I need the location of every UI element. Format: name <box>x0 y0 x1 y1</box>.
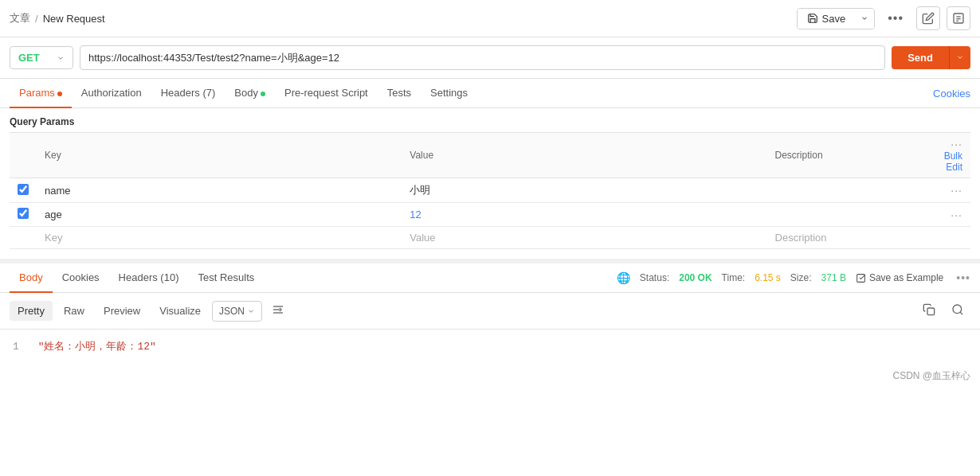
type-label: JSON <box>219 306 245 317</box>
send-btn-group: Send <box>892 46 970 69</box>
format-preview[interactable]: Preview <box>96 301 148 321</box>
globe-icon: 🌐 <box>617 271 630 284</box>
breadcrumb: 文章 / New Request <box>10 11 105 25</box>
copy-button[interactable] <box>916 299 942 322</box>
wrap-button[interactable] <box>265 299 291 322</box>
save-dropdown-button[interactable] <box>855 9 874 29</box>
tab-body[interactable]: Body <box>225 79 275 108</box>
query-params-label: Query Params <box>10 108 970 132</box>
response-toolbar: Pretty Raw Preview Visualize JSON <box>0 293 980 330</box>
method-selector[interactable]: GET <box>10 46 73 69</box>
tab-authorization[interactable]: Authorization <box>72 79 151 108</box>
row-checkbox-age[interactable] <box>18 208 29 219</box>
top-bar: 文章 / New Request Save ••• <box>0 0 980 37</box>
search-icon <box>951 303 964 316</box>
row-more-age[interactable]: ··· <box>951 209 962 221</box>
response-content: "姓名：小明，年龄：12" <box>38 341 156 353</box>
table-row: age 12 ··· <box>10 203 970 227</box>
format-raw[interactable]: Raw <box>56 301 92 321</box>
more-options-button[interactable]: ••• <box>881 7 910 29</box>
col-header-value: Value <box>402 133 766 178</box>
status-label: Status: <box>640 272 669 283</box>
response-tabs-bar: Body Cookies Headers (10) Test Results 🌐… <box>0 263 980 293</box>
time-label: Time: <box>722 272 746 283</box>
chevron-down-icon <box>247 307 255 315</box>
tab-response-cookies[interactable]: Cookies <box>53 263 109 293</box>
save-icon <box>807 13 818 24</box>
desc-cell-name[interactable] <box>767 178 936 203</box>
top-bar-actions: Save ••• <box>797 6 970 30</box>
desc-cell-age[interactable] <box>767 203 936 227</box>
breadcrumb-folder: 文章 <box>10 11 30 25</box>
row-checkbox-name[interactable] <box>18 184 29 195</box>
url-bar: GET Send <box>0 37 980 79</box>
size-label: Size: <box>790 272 812 283</box>
chevron-down-icon <box>57 54 65 62</box>
notes-icon-button[interactable] <box>947 6 970 30</box>
request-tabs: Params Authorization Headers (7) Body Pr… <box>0 79 980 108</box>
copy-icon <box>923 303 935 316</box>
format-visualize[interactable]: Visualize <box>151 301 209 321</box>
cookies-link[interactable]: Cookies <box>933 88 970 99</box>
placeholder-desc[interactable]: Description <box>767 227 936 249</box>
save-label: Save <box>822 13 846 25</box>
svg-line-10 <box>960 312 962 314</box>
response-more-button[interactable]: ••• <box>956 271 970 284</box>
line-number: 1 <box>13 341 19 353</box>
key-cell-name[interactable]: name <box>37 178 402 203</box>
tab-pre-request[interactable]: Pre-request Script <box>275 79 378 108</box>
tab-settings[interactable]: Settings <box>421 79 477 108</box>
search-button[interactable] <box>945 299 970 322</box>
col-header-more: ··· Bulk Edit <box>936 133 970 178</box>
placeholder-key[interactable]: Key <box>37 227 402 249</box>
edit-icon-button[interactable] <box>916 6 940 30</box>
tab-response-headers[interactable]: Headers (10) <box>109 263 189 293</box>
save-example-icon <box>856 273 866 283</box>
save-btn-group: Save <box>797 8 876 29</box>
wrap-icon <box>272 303 284 316</box>
pencil-icon <box>922 12 935 25</box>
query-params-section: Query Params Key Value Description ··· B… <box>0 108 980 249</box>
col-header-key: Key <box>37 133 402 178</box>
size-value: 371 B <box>821 272 846 283</box>
value-cell-name[interactable]: 小明 <box>402 178 766 203</box>
key-cell-age[interactable]: age <box>37 203 402 227</box>
chevron-down-icon <box>956 53 964 61</box>
url-input[interactable] <box>80 45 885 70</box>
chevron-down-icon <box>860 14 868 22</box>
send-dropdown-button[interactable] <box>950 46 970 69</box>
value-cell-age[interactable]: 12 <box>402 203 766 227</box>
tab-params[interactable]: Params <box>10 79 72 108</box>
tab-headers[interactable]: Headers (7) <box>151 79 225 108</box>
svg-rect-8 <box>927 308 935 315</box>
request-title: New Request <box>43 13 105 25</box>
params-table: Key Value Description ··· Bulk Edit name… <box>10 132 970 249</box>
response-meta: 🌐 Status: 200 OK Time: 6.15 s Size: 371 … <box>617 271 970 284</box>
document-icon <box>952 12 965 25</box>
watermark: CSDN @血玉梓心 <box>0 363 980 389</box>
bulk-edit-link[interactable]: Bulk Edit <box>944 150 962 173</box>
tab-tests[interactable]: Tests <box>378 79 421 108</box>
status-value: 200 OK <box>679 272 711 283</box>
tab-response-body[interactable]: Body <box>10 263 53 293</box>
table-row: name 小明 ··· <box>10 178 970 203</box>
placeholder-value[interactable]: Value <box>402 227 766 249</box>
type-selector[interactable]: JSON <box>212 301 262 322</box>
col-header-desc: Description <box>767 133 936 178</box>
time-value: 6.15 s <box>755 272 781 283</box>
col-header-check <box>10 133 37 178</box>
table-row-placeholder: Key Value Description <box>10 227 970 249</box>
method-label: GET <box>18 52 40 64</box>
svg-point-9 <box>953 305 962 314</box>
breadcrumb-sep: / <box>35 13 38 25</box>
save-button[interactable]: Save <box>798 9 856 29</box>
svg-rect-4 <box>857 274 865 282</box>
save-as-example-button[interactable]: Save as Example <box>856 272 943 283</box>
send-button[interactable]: Send <box>892 46 950 69</box>
body-dot <box>261 92 265 96</box>
tab-test-results[interactable]: Test Results <box>188 263 264 293</box>
params-dot <box>57 92 62 96</box>
row-more-name[interactable]: ··· <box>951 184 962 197</box>
format-pretty[interactable]: Pretty <box>10 301 53 321</box>
bulk-edit-more[interactable]: ··· <box>951 138 962 150</box>
